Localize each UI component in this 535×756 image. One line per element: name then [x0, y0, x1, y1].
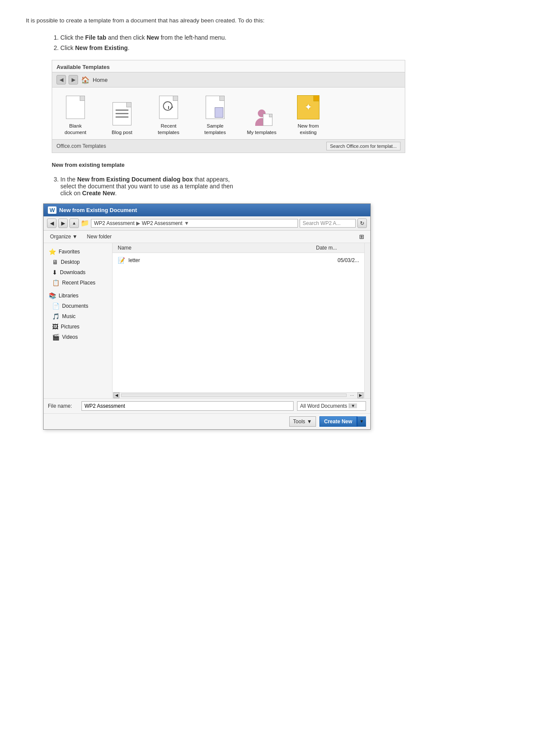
sample-mini-doc [215, 107, 223, 118]
caption-label: New from existing template [52, 162, 483, 168]
sidebar-item-recent-places[interactable]: 📋 Recent Places [44, 278, 112, 288]
bottom-scrollbar[interactable]: ◀ ··· ▶ [113, 392, 364, 398]
person-doc [263, 114, 272, 126]
intro-text: It is possible to create a template from… [26, 17, 509, 24]
recent-icon [159, 96, 178, 119]
templates-panel-title: Available Templates [52, 60, 405, 72]
blank-doc-icon-wrap [63, 94, 88, 120]
scroll-right-button[interactable]: ▶ [357, 392, 363, 398]
sidebar-item-favorites[interactable]: ⭐ Favorites [44, 247, 112, 257]
step1-bold2: New [147, 34, 159, 41]
step-1: Click the File tab and then click New fr… [60, 34, 509, 41]
dialog-body: ⭐ Favorites 🖥 Desktop ⬇ Downloads 📋 Rece… [44, 243, 370, 398]
filename-input[interactable] [81, 401, 294, 411]
nav-back-button[interactable]: ◀ [56, 75, 66, 84]
file-list: 📝 letter 05/03/2... [113, 253, 364, 392]
sidebar-favorites-section: ⭐ Favorites 🖥 Desktop ⬇ Downloads 📋 Rece… [44, 247, 112, 288]
documents-icon: 📄 [52, 303, 59, 309]
templates-icons-row: Blank document Blog post [52, 87, 405, 139]
sidebar-documents-label: Documents [62, 303, 88, 309]
sidebar-item-downloads[interactable]: ⬇ Downloads [44, 267, 112, 278]
home-icon: 🏠 [81, 75, 90, 84]
filetype-dropdown[interactable]: All Word Documents ▼ [297, 401, 366, 411]
dialog-title-w: W [48, 206, 56, 214]
dialog-refresh-button[interactable]: ↻ [357, 219, 367, 228]
tools-button[interactable]: Tools ▼ [289, 416, 316, 427]
recent-templates-label: Recent templates [151, 123, 186, 136]
organize-button[interactable]: Organize ▼ [47, 232, 81, 241]
sample-icon [206, 96, 225, 119]
step3-bold2: Create New [82, 190, 115, 197]
organize-chevron-icon: ▼ [72, 234, 78, 240]
filetype-dropdown-arrow-icon: ▼ [349, 403, 357, 408]
template-sample-templates[interactable]: Sample templates [198, 94, 232, 136]
sidebar-libraries-label: Libraries [59, 293, 78, 299]
dialog-back-button[interactable]: ◀ [47, 219, 56, 228]
blog-post-label: Blog post [112, 129, 132, 136]
new-from-existing-label: New from existing [291, 123, 325, 136]
view-toggle-button[interactable]: ⊞ [357, 232, 367, 241]
dialog-filename-row: File name: All Word Documents ▼ [44, 398, 370, 413]
clock-hand-hour [168, 106, 169, 109]
template-my-templates[interactable]: My templates [244, 101, 279, 136]
search-office-button[interactable]: Search Office.com for templat... [326, 142, 400, 150]
my-templates-icon [251, 102, 272, 126]
sidebar-item-pictures[interactable]: 🖼 Pictures [44, 322, 112, 332]
blank-doc-icon [66, 96, 85, 119]
blog-line-3 [116, 116, 128, 118]
sidebar-downloads-label: Downloads [60, 269, 85, 275]
music-icon: 🎵 [52, 313, 59, 320]
my-templates-label: My templates [247, 129, 276, 136]
sidebar-music-label: Music [62, 313, 75, 319]
scroll-left-button[interactable]: ◀ [113, 392, 119, 398]
recent-places-icon: 📋 [52, 279, 59, 286]
dialog-sidebar: ⭐ Favorites 🖥 Desktop ⬇ Downloads 📋 Rece… [44, 243, 113, 398]
libraries-icon: 📚 [49, 292, 56, 299]
scroll-track[interactable] [121, 394, 347, 397]
clock-icon [163, 101, 172, 111]
recent-templates-icon-wrap [156, 94, 181, 120]
dialog-forward-button[interactable]: ▶ [58, 219, 68, 228]
dialog-up-button[interactable]: ▲ [69, 219, 79, 228]
new-folder-button[interactable]: New folder [84, 232, 115, 241]
steps-list: Click the File tab and then click New fr… [60, 34, 509, 51]
sidebar-item-music[interactable]: 🎵 Music [44, 311, 112, 322]
filename-label: File name: [48, 403, 78, 409]
sidebar-desktop-label: Desktop [61, 259, 80, 265]
clock-hand-minute [170, 106, 173, 109]
step3-bold1: New from Existing Document dialog box [77, 176, 193, 183]
sidebar-item-videos[interactable]: 🎬 Videos [44, 332, 112, 342]
create-new-label: Create New [324, 419, 352, 425]
sample-templates-label: Sample templates [198, 123, 232, 136]
sidebar-item-libraries[interactable]: 📚 Libraries [44, 291, 112, 301]
dialog-search-box[interactable]: Search WP2 A... [300, 219, 356, 228]
col-header-date[interactable]: Date m... [316, 245, 359, 251]
sidebar-item-documents[interactable]: 📄 Documents [44, 301, 112, 311]
sidebar-item-desktop[interactable]: 🖥 Desktop [44, 257, 112, 267]
word-file-icon: 📝 [118, 257, 125, 264]
file-item-letter[interactable]: 📝 letter 05/03/2... [113, 255, 364, 266]
create-new-dropdown-arrow[interactable]: ▼ [357, 416, 366, 427]
template-new-from-existing[interactable]: ✦ New from existing [291, 94, 325, 136]
dialog-content-area: Name Date m... 📝 letter 05/03/2... ◀ ···… [113, 243, 364, 398]
breadcrumb-part2: WP2 Assessment [142, 220, 182, 226]
vertical-scrollbar[interactable] [364, 243, 370, 398]
template-recent-templates[interactable]: Recent templates [151, 94, 186, 136]
tools-label: Tools [293, 419, 305, 425]
dialog-titlebar: W New from Existing Document [44, 204, 370, 216]
col-header-name[interactable]: Name [118, 245, 316, 251]
step-3: In the New from Existing Document dialog… [60, 176, 509, 197]
organize-label: Organize [50, 234, 71, 240]
create-new-button[interactable]: Create New [319, 416, 357, 427]
file-name-letter: letter [128, 257, 140, 263]
nav-forward-button[interactable]: ▶ [69, 75, 78, 84]
star-icon: ✦ [304, 102, 312, 113]
templates-footer: Office.com Templates Search Office.com f… [52, 139, 405, 153]
template-blog-post[interactable]: Blog post [105, 101, 139, 136]
step-2: Click New from Existing. [60, 44, 509, 51]
filetype-label: All Word Documents [300, 403, 347, 409]
breadcrumb-part1: WP2 Assessment [94, 220, 135, 226]
create-new-button-group[interactable]: Create New ▼ [319, 416, 366, 427]
blog-line-2 [116, 113, 128, 114]
template-blank-document[interactable]: Blank document [58, 94, 93, 136]
